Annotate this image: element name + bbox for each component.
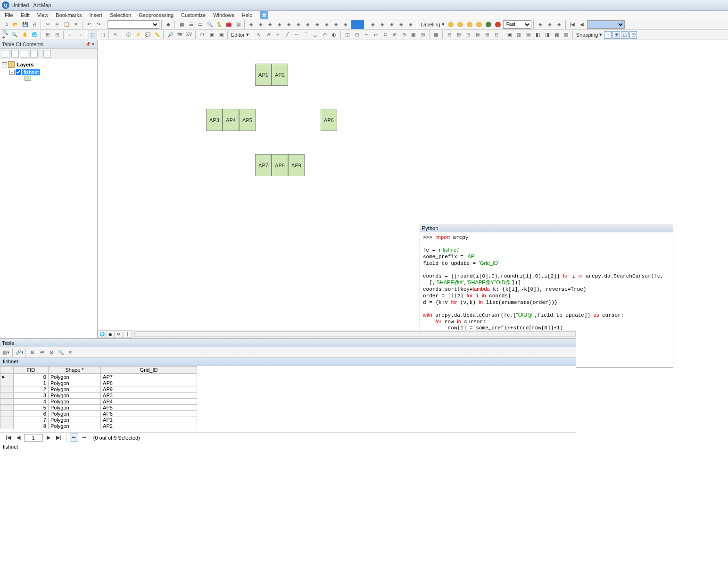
show-all-records-icon[interactable]: ☰ <box>70 434 78 442</box>
edit-tool-icon[interactable]: ⊟ <box>445 31 454 39</box>
refresh-icon[interactable]: ⟳ <box>115 330 123 338</box>
misc-icon[interactable]: ◈ <box>378 20 387 29</box>
menu-bookmarks[interactable]: Bookmarks <box>54 12 83 18</box>
snapping-dropdown[interactable]: Snapping ▾ <box>575 32 604 38</box>
label-icon[interactable] <box>484 20 493 29</box>
table-row[interactable]: 7PolygonAP1 <box>0 417 197 423</box>
edit-tool-icon[interactable]: ▥ <box>515 31 523 39</box>
column-gridid[interactable]: Grid_ID <box>101 367 197 374</box>
search-icon[interactable]: 🔍 <box>206 20 214 29</box>
row-selector-header[interactable] <box>0 367 14 374</box>
zoom-out-icon[interactable]: 🔍- <box>11 31 20 39</box>
find-icon[interactable]: 🔎 <box>166 31 174 39</box>
measure-icon[interactable]: 📏 <box>153 31 161 39</box>
label-icon[interactable] <box>447 20 455 29</box>
arcpy-icon[interactable]: 🐍 <box>215 20 223 29</box>
select-elements-icon[interactable]: ↖ <box>111 31 120 39</box>
collapse-icon[interactable]: − <box>2 62 7 67</box>
select-features-icon[interactable]: ⬚ <box>89 31 97 39</box>
layer-symbol[interactable] <box>25 76 31 81</box>
last-record-icon[interactable]: ▶| <box>54 434 63 442</box>
edit-tool-icon[interactable]: ⊕ <box>390 31 399 39</box>
column-fid[interactable]: FID <box>13 367 48 374</box>
polygon-feature[interactable]: AP5 <box>239 109 256 131</box>
next-record-icon[interactable]: ▶ <box>45 434 52 442</box>
paste-icon[interactable]: 📋 <box>62 20 71 29</box>
edit-tool-icon[interactable]: ▦ <box>553 31 561 39</box>
edit-tool-icon[interactable]: ⊞ <box>419 31 427 39</box>
edit-tool-icon[interactable]: ▦ <box>409 31 418 39</box>
find-route-icon[interactable]: 🗺 <box>175 31 184 39</box>
collapse-icon[interactable]: − <box>9 70 15 75</box>
misc-icon[interactable]: ◈ <box>275 20 284 29</box>
editor-toolbar-icon[interactable]: ▦ <box>177 20 186 29</box>
forward-extent-icon[interactable]: → <box>75 31 84 39</box>
zoom-in-icon[interactable]: 🔍+ <box>2 31 10 39</box>
misc-icon[interactable]: ◈ <box>304 20 312 29</box>
record-number-input[interactable] <box>24 434 43 442</box>
misc-icon[interactable]: ◈ <box>546 20 554 29</box>
table-row[interactable]: 2PolygonAP9 <box>0 386 197 393</box>
close-icon[interactable]: ✕ <box>91 42 95 47</box>
viewer-icon[interactable]: ▣ <box>217 31 225 39</box>
python-console[interactable]: >>> import arcpy fc = r'fishnet' some_pr… <box>420 232 673 345</box>
edit-tool-icon[interactable]: ⊡ <box>464 31 472 39</box>
table-row[interactable]: ▸0PolygonAP7 <box>0 374 197 380</box>
edit-tool-icon[interactable]: ⊡ <box>492 31 501 39</box>
identify-icon[interactable]: ⓘ <box>124 31 133 39</box>
select-by-attr-icon[interactable]: ⊞ <box>28 348 37 357</box>
edit-tool-icon[interactable]: ⊡ <box>353 31 361 39</box>
polygon-feature[interactable]: AP8 <box>272 154 288 176</box>
prev-icon[interactable]: ◀ <box>578 20 586 29</box>
page-select[interactable] <box>587 20 625 29</box>
help-icon[interactable]: ▦ <box>260 11 268 19</box>
table-options-icon[interactable]: ▤▾ <box>2 348 10 357</box>
layer-visibility-checkbox[interactable] <box>16 69 21 75</box>
cut-icon[interactable]: ✂ <box>43 20 52 29</box>
menu-edit[interactable]: Edit <box>19 12 32 18</box>
map-canvas[interactable]: AP9AP8AP7AP6AP5AP4AP3AP2AP1 Python >>> i… <box>98 40 728 351</box>
fixed-zoom-in-icon[interactable]: ⊞ <box>43 31 52 39</box>
menu-view[interactable]: View <box>35 12 50 18</box>
edit-tool-icon[interactable]: ◨ <box>543 31 552 39</box>
menu-insert[interactable]: Insert <box>87 12 104 18</box>
delete-icon[interactable]: ✕ <box>72 20 80 29</box>
misc-icon[interactable]: ◈ <box>536 20 545 29</box>
table-bottom-tab[interactable]: fishnet <box>0 442 576 451</box>
new-icon[interactable]: 🗋 <box>2 20 10 29</box>
goto-xy-icon[interactable]: XY <box>185 31 193 39</box>
prev-record-icon[interactable]: ◀ <box>15 434 22 442</box>
label-icon[interactable] <box>494 20 502 29</box>
fixed-zoom-out-icon[interactable]: ⊟ <box>53 31 61 39</box>
misc-icon[interactable]: ◈ <box>247 20 256 29</box>
label-icon[interactable] <box>475 20 483 29</box>
pause-icon[interactable]: ‖ <box>123 330 132 338</box>
misc-icon[interactable]: ◈ <box>388 20 396 29</box>
table-row[interactable]: 1PolygonAP8 <box>0 380 197 386</box>
misc-icon[interactable]: ◈ <box>313 20 322 29</box>
misc-icon[interactable]: ◈ <box>341 20 350 29</box>
python-header[interactable]: Python <box>420 224 673 232</box>
misc-icon[interactable]: ◈ <box>397 20 405 29</box>
menu-file[interactable]: File <box>3 12 15 18</box>
list-by-selection-icon[interactable] <box>30 50 38 57</box>
edit-tool-icon[interactable]: ⊙ <box>321 31 329 39</box>
layer-fishnet[interactable]: fishnet <box>22 69 40 75</box>
scrollbar[interactable] <box>134 331 576 337</box>
edit-tool-icon[interactable]: ⊞ <box>455 31 463 39</box>
edit-tool-icon[interactable]: ↻ <box>381 31 389 39</box>
edit-tool-icon[interactable]: ⇄ <box>372 31 380 39</box>
edit-tool-icon[interactable]: ◧ <box>534 31 542 39</box>
back-extent-icon[interactable]: ← <box>66 31 74 39</box>
edit-tool-icon[interactable]: ╱ <box>283 31 291 39</box>
misc-icon[interactable]: ◈ <box>256 20 265 29</box>
toc-icon[interactable]: ☰ <box>187 20 195 29</box>
list-by-drawing-icon[interactable] <box>2 50 9 57</box>
delete-selected-icon[interactable]: ✕ <box>66 348 74 357</box>
rendering-select[interactable]: Fast <box>503 20 531 29</box>
edit-tool-icon[interactable]: ◡ <box>311 31 320 39</box>
edit-tool-icon[interactable]: ⊞ <box>483 31 491 39</box>
html-popup-icon[interactable]: 💬 <box>143 31 152 39</box>
snap-vertex-icon[interactable]: □ <box>621 31 629 39</box>
polygon-feature[interactable]: AP7 <box>255 154 272 176</box>
